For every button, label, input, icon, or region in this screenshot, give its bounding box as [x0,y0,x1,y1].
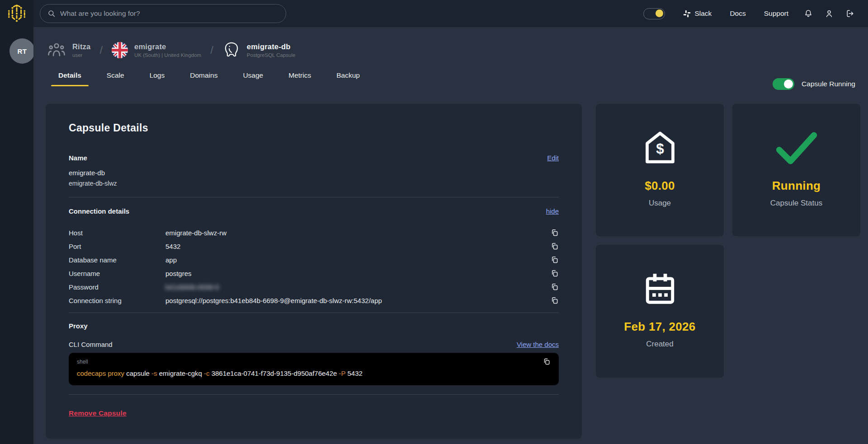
divider [69,394,559,395]
breadcrumb-user-sub: user [72,52,90,58]
status-card: Running Capsule Status [732,104,860,236]
row-label: Host [69,229,165,237]
row-label: Port [69,243,165,250]
edit-name-link[interactable]: Edit [547,154,559,162]
row-value: postgresql://postgres:b41eb84b-6698-9@em… [165,297,551,304]
tab-domains[interactable]: Domains [189,71,218,86]
slack-label: Slack [694,9,712,18]
tab-metrics[interactable]: Metrics [288,71,312,86]
created-card: Feb 17, 2026 Created [596,245,724,378]
search-bar[interactable] [40,4,286,23]
capsule-running-toggle-group: Capsule Running [773,78,855,90]
hide-connection-link[interactable]: hide [546,207,559,215]
copy-connection-string-button[interactable] [551,296,559,304]
breadcrumb-capsule[interactable]: emigrate-db PostgreSQL Capsule [222,41,296,59]
created-label: Created [646,340,673,349]
sidebar [0,0,33,444]
price-tag-icon: $ [644,131,676,165]
support-label: Support [764,9,788,18]
created-value: Feb 17, 2026 [624,320,695,334]
flag-s: -s [151,369,157,377]
cli-command-text: codecaps proxy capsule -s emigrate-cgkq … [77,369,551,377]
usage-card: $ $0.00 Usage [596,104,724,236]
view-docs-link[interactable]: View the docs [517,341,559,348]
breadcrumb-space-name: emigrate [134,42,201,51]
logout-button[interactable] [845,9,854,18]
divider [69,197,559,197]
calendar-icon [643,271,677,307]
account-button[interactable] [825,9,834,18]
codecapsules-logo-icon[interactable] [6,3,28,24]
divider [69,313,559,313]
tab-logs[interactable]: Logs [149,71,166,86]
capsule-running-toggle-knob [784,79,793,89]
connection-row-database: Database name app [69,253,559,266]
avatar[interactable]: RT [9,38,35,64]
name-section-label: Name [69,154,87,162]
row-label: Password [69,283,165,291]
tab-scale[interactable]: Scale [106,71,125,86]
tab-details[interactable]: Details [57,71,82,86]
connection-row-port: Port 5432 [69,239,559,253]
capsule-details-card: Capsule Details Name Edit emigrate-db em… [46,104,582,439]
flag-c: -c [204,369,210,377]
copy-icon [551,283,559,291]
copy-username-button[interactable] [551,269,559,277]
slack-link[interactable]: Slack [683,9,712,18]
breadcrumb-separator: / [99,44,103,56]
copy-port-button[interactable] [551,242,559,250]
row-label: Connection string [69,297,165,304]
connection-row-password: Password b41eb84b-6698-9 [69,280,559,294]
docs-label: Docs [730,9,745,18]
team-icon [47,41,66,60]
user-icon [825,9,834,18]
breadcrumb-separator: / [210,44,213,56]
check-icon [774,131,819,166]
copy-icon [551,242,559,250]
breadcrumb-capsule-sub: PostgreSQL Capsule [247,52,296,58]
row-value: postgres [165,270,551,277]
proxy-heading: Proxy [69,322,559,330]
copy-icon [551,229,559,237]
postgresql-icon [222,41,241,59]
breadcrumb-space-sub: UK (South) | United Kingdom [134,52,201,58]
support-link[interactable]: Support [764,9,788,18]
breadcrumb-space[interactable]: emigrate UK (South) | United Kingdom [112,42,201,58]
code-language-label: shell [77,359,88,365]
copy-password-button[interactable] [551,283,559,291]
connection-details-heading: Connection details [69,207,129,215]
topbar: Slack Docs Support [33,0,868,27]
cli-code-block: shell codecaps proxy capsule -s emigrate… [69,353,559,385]
tab-backup[interactable]: Backup [335,71,361,86]
remove-capsule-link[interactable]: Remove Capsule [69,409,127,417]
theme-toggle[interactable] [643,8,665,19]
copy-database-button[interactable] [551,256,559,264]
capsule-running-toggle[interactable] [773,78,794,90]
search-input[interactable] [60,9,278,18]
connection-row-host: Host emigrate-db-slwz-rw [69,226,559,239]
notifications-button[interactable] [804,9,813,18]
copy-command-button[interactable] [543,358,551,365]
tab-usage[interactable]: Usage [242,71,264,86]
tab-bar: Details Scale Logs Domains Usage Metrics… [57,71,384,86]
main-panel: Ritza user / emigrate UK (South) | Unite… [33,27,868,444]
card-title: Capsule Details [69,104,559,134]
docs-link[interactable]: Docs [730,9,745,18]
flag-p: -P [339,369,346,377]
port-arg: 5432 [345,369,363,377]
row-value: app [165,256,551,264]
uk-flag-icon [112,42,128,58]
command-arg: capsule [124,369,151,377]
copy-host-button[interactable] [551,229,559,237]
command-name: codecaps proxy [77,369,124,377]
breadcrumb-user[interactable]: Ritza user [47,41,90,60]
theme-toggle-knob [656,9,663,17]
row-label: Username [69,270,165,277]
copy-icon [551,256,559,264]
status-label: Capsule Status [770,199,822,208]
breadcrumb-user-name: Ritza [72,42,90,51]
row-value: 5432 [165,243,551,250]
password-value-blurred: b41eb84b-6698-9 [165,283,219,291]
row-value: emigrate-db-slwz-rw [165,229,551,237]
search-icon [47,9,56,18]
